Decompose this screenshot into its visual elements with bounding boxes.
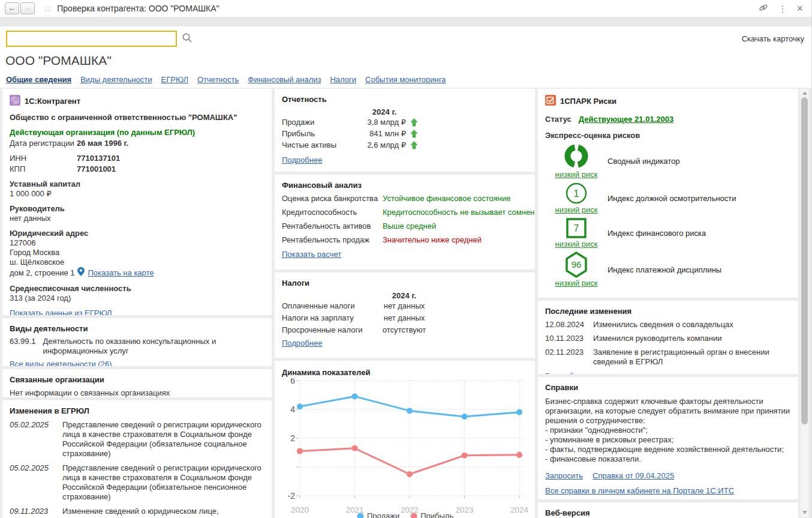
risk-level-link[interactable]: низкий риск xyxy=(555,170,598,179)
certificates-description-line: - упоминание в рисковых реестрах; xyxy=(545,435,791,445)
recent-changes-list: 12.08.2024Изменились сведения о совладел… xyxy=(545,320,791,367)
back-button[interactable]: ← xyxy=(5,2,19,14)
show-egrul-data-link[interactable]: Показать данные из ЕГРЮЛ xyxy=(10,309,112,315)
tax-row: Просроченные налогиотсутствуют xyxy=(282,324,528,336)
event-date: 12.08.2024 xyxy=(545,320,587,330)
tab-Финансовый анализ[interactable]: Финансовый анализ xyxy=(248,75,321,84)
taxes-more-link[interactable]: Подробнее xyxy=(282,339,322,348)
risk-indicator-left: низкий риск xyxy=(545,143,608,179)
vertical-scrollbar[interactable] xyxy=(801,89,808,517)
activity-code: 63.99.1 xyxy=(10,337,35,356)
activities-card: Виды деятельности 63.99.1 Деятельность п… xyxy=(2,318,272,366)
capital-value: 1 000 000 ₽ xyxy=(10,189,264,199)
search-icon[interactable] xyxy=(181,31,194,46)
related-card: Связанные организации Нет информации о с… xyxy=(2,369,272,397)
activity-name: Деятельность по оказанию консультационны… xyxy=(43,337,240,356)
web-version-title: Веб-версия xyxy=(545,508,791,517)
tax-row-value: отсутствуют xyxy=(371,324,438,336)
status-value-link[interactable]: Действующее 21.01.2003 xyxy=(579,115,673,124)
risk-indicator-left: 7низкий риск xyxy=(545,217,608,248)
egrul-change-row: 05.02.2025Представление сведений о регис… xyxy=(10,420,264,459)
taxes-card: Налоги 2024 г. Оплаченные налогинет данн… xyxy=(275,273,535,358)
menu-kebab-icon[interactable]: ⋮ xyxy=(778,4,787,13)
reporting-card: Отчетность 2024 г. Продажи3,8 млрд ₽Приб… xyxy=(275,89,535,172)
circle-risk-icon: 1 xyxy=(545,182,608,205)
reg-date-label: Дата регистрации xyxy=(10,139,77,148)
show-calculation-link[interactable]: Показать расчет xyxy=(282,250,341,259)
certificates-description-line: Бизнес-справка содержит ключевые факторы… xyxy=(545,397,791,426)
address-line: Город Москва xyxy=(10,248,264,257)
risk-indicator: низкий рискСводный индикатор xyxy=(545,143,791,179)
tab-События мониторинга[interactable]: События мониторинга xyxy=(365,75,446,84)
headcount-value: 313 (за 2024 год) xyxy=(10,294,264,303)
event-text: Изменился руководитель компании xyxy=(593,334,791,343)
company-full-name: Общество с ограниченной ответственностью… xyxy=(10,113,264,122)
finance-rows: Оценка риска банкротстваУстойчивое финан… xyxy=(282,193,528,245)
finance-row: КредитоспособностьКредитоспособность не … xyxy=(282,207,528,217)
scrollbar-thumb[interactable] xyxy=(801,97,808,424)
certificates-description: Бизнес-справка содержит ключевые факторы… xyxy=(545,397,791,464)
certificate-date-link[interactable]: Справка от 09.04.2025 xyxy=(593,471,674,480)
kpp-value: 771001001 xyxy=(77,164,116,174)
change-text: Изменение сведений о юридическом лице, с… xyxy=(62,507,264,518)
tab-Отчетность[interactable]: Отчетность xyxy=(197,75,239,84)
favorites-star-icon[interactable]: ☆ xyxy=(43,2,52,15)
risk-indicator-name: Индекс финансового риска xyxy=(608,229,791,238)
scrollbar-up-arrow[interactable] xyxy=(802,91,807,95)
portal-certificates-link[interactable]: Все справки в личном кабинете на Портале… xyxy=(545,486,734,495)
forward-button[interactable]: → xyxy=(20,2,35,14)
reporting-period: 2024 г. xyxy=(351,107,418,116)
square-risk-icon: 7 xyxy=(545,217,608,239)
egrul-change-row: 09.11.2023Изменение сведений о юридическ… xyxy=(10,507,264,518)
egrul-changes-card: Изменения в ЕГРЮЛ 05.02.2025Представлени… xyxy=(2,400,272,518)
capital-label: Уставный капитал xyxy=(10,179,264,189)
finance-title: Финансовый анализ xyxy=(282,181,528,190)
risk-indicators-list: низкий рискСводный индикатор1низкий риск… xyxy=(545,143,791,288)
contragent-card-title: 1С:Контрагент xyxy=(25,97,80,106)
download-card-button[interactable]: Скачать карточку xyxy=(742,34,804,43)
search-input[interactable] xyxy=(6,31,177,47)
show-on-map-link[interactable]: Показать на карте xyxy=(88,268,154,278)
tab-Налоги[interactable]: Налоги xyxy=(330,75,356,84)
reporting-row-value: 841 млн ₽ xyxy=(351,128,406,139)
reporting-row: Продажи3,8 млрд ₽ xyxy=(282,116,528,128)
risk-level-link[interactable]: низкий риск xyxy=(555,205,598,214)
tax-row: Налоги на зарплатунет данных xyxy=(282,312,528,324)
related-empty-text: Нет информации о связанных организациях xyxy=(10,388,264,397)
finance-row-value: Кредитоспособность не вызывает сомнений xyxy=(383,207,535,217)
all-monitoring-events-link[interactable]: Все события мониторинга xyxy=(545,372,640,374)
address-line: ш. Щёлковское xyxy=(10,257,264,267)
risk-level-link[interactable]: низкий риск xyxy=(555,239,598,248)
egrul-changes-list: 05.02.2025Представление сведений о регис… xyxy=(10,420,264,518)
svg-text:2023: 2023 xyxy=(455,505,473,514)
close-icon[interactable]: × xyxy=(796,4,803,13)
event-date: 10.11.2023 xyxy=(545,334,587,343)
taxes-period: 2024 г. xyxy=(371,291,438,300)
finance-row-label: Оценка риска банкротства xyxy=(282,193,383,203)
spark-risks-card: 1СПАРК Риски Статус Действующее 21.01.20… xyxy=(538,89,798,298)
risk-indicator-name: Сводный индикатор xyxy=(608,157,791,166)
svg-text:Прибыль: Прибыль xyxy=(420,511,453,518)
request-certificate-link[interactable]: Запросить xyxy=(545,471,583,480)
scrollbar-down-arrow[interactable] xyxy=(802,511,807,514)
address-line: дом 2, строение 1Показать на карте xyxy=(10,267,264,279)
tax-row-label: Просроченные налоги xyxy=(282,324,371,336)
certificates-title: Справки xyxy=(545,383,791,392)
reporting-more-link[interactable]: Подробнее xyxy=(282,155,322,164)
reg-date-value: 26 мая 1996 г. xyxy=(77,139,128,148)
link-icon[interactable] xyxy=(759,3,768,14)
risk-level-link[interactable]: низкий риск xyxy=(555,279,598,288)
company-status: Действующая организация (по данным ЕГРЮЛ… xyxy=(10,128,264,137)
svg-text:2020: 2020 xyxy=(291,505,309,514)
tab-Виды деятельности[interactable]: Виды деятельности xyxy=(80,75,152,84)
reporting-row-label: Чистые активы xyxy=(282,139,351,151)
all-activities-link[interactable]: Все виды деятельности (26) xyxy=(10,360,112,366)
tab-ЕГРЮЛ[interactable]: ЕГРЮЛ xyxy=(161,75,188,84)
certificates-description-line: - факты, подтверждающие ведение хозяйств… xyxy=(545,445,791,454)
address-line-text: дом 2, строение 1 xyxy=(10,268,74,278)
reporting-row: Чистые активы2,6 млрд ₽ xyxy=(282,139,528,151)
tab-Общие сведения[interactable]: Общие сведения xyxy=(6,75,71,84)
svg-text:1: 1 xyxy=(573,188,579,199)
svg-text:Продажи: Продажи xyxy=(367,511,399,518)
change-date: 05.02.2025 xyxy=(10,420,55,459)
